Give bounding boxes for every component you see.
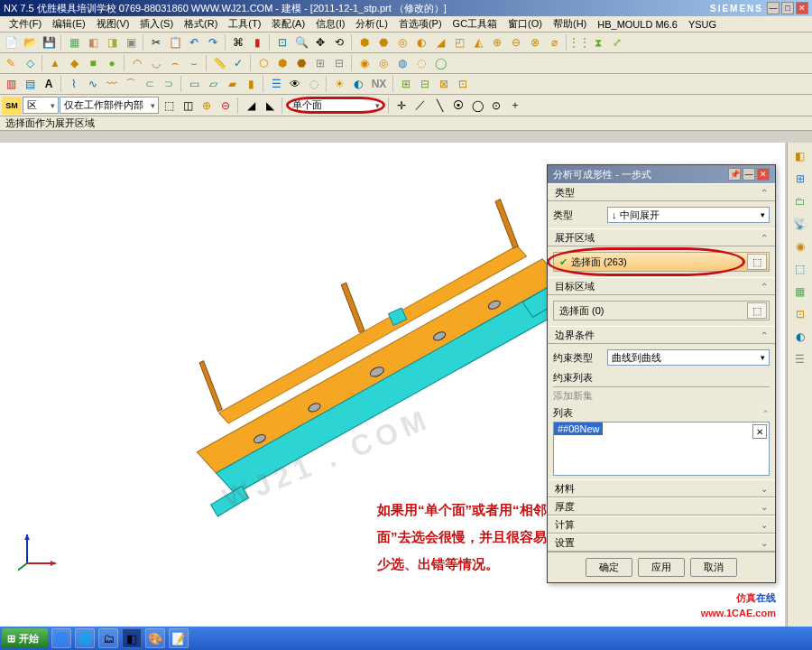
menu-window[interactable]: 窗口(O) [503, 17, 548, 31]
rt-icon-6[interactable]: ⬚ [790, 259, 810, 279]
shell-icon[interactable]: ◰ [450, 33, 468, 51]
curve2-icon[interactable]: ∿ [84, 75, 102, 93]
rt-icon-10[interactable]: ☰ [790, 349, 810, 369]
sel-text[interactable]: A [40, 75, 58, 93]
show-icon[interactable]: ◌ [305, 75, 323, 93]
group-mesh-header[interactable]: 计算⌄ [548, 515, 775, 534]
asm2-icon[interactable]: ⊟ [416, 75, 434, 93]
mold5-icon[interactable]: ⊟ [330, 54, 348, 72]
select-target-button[interactable]: ⬚ [747, 302, 767, 319]
sheet1-icon[interactable]: ▭ [185, 75, 203, 93]
group-unfold-zone-header[interactable]: 展开区域⌃ [548, 228, 775, 246]
menu-hbmould[interactable]: HB_MOULD M6.6 [592, 19, 683, 30]
rt-icon-3[interactable]: 🗀 [790, 191, 810, 211]
mold1-icon[interactable]: ⬡ [254, 54, 272, 72]
rt-icon-7[interactable]: ▦ [790, 282, 810, 302]
task-1[interactable]: 🌀 [51, 628, 71, 648]
dialog-min-button[interactable]: — [743, 168, 755, 181]
mold4-icon[interactable]: ⊞ [311, 54, 329, 72]
apply-button[interactable]: 应用 [638, 558, 685, 577]
delete-item-button[interactable]: ✕ [752, 424, 767, 439]
filter-icon1[interactable]: ⬚ [160, 97, 178, 115]
blend-icon[interactable]: ◐ [412, 33, 430, 51]
face-filter-combo[interactable]: 单个面 [286, 97, 385, 114]
layer-icon[interactable]: ☰ [267, 75, 285, 93]
snap5-icon[interactable]: ◯ [468, 97, 486, 115]
start-button[interactable]: ⊞ 开始 [2, 628, 48, 648]
curve1-icon[interactable]: ⌇ [65, 75, 83, 93]
filter-icon5[interactable]: ◢ [242, 97, 260, 115]
menu-insert[interactable]: 插入(S) [134, 17, 179, 31]
cube-icon[interactable]: ◧ [84, 33, 102, 51]
subtract-icon[interactable]: ⊖ [507, 33, 525, 51]
solid2-icon[interactable]: ◆ [65, 54, 83, 72]
menu-format[interactable]: 格式(R) [179, 17, 223, 31]
menu-analysis[interactable]: 分析(L) [350, 17, 392, 31]
surf4-icon[interactable]: ⌣ [185, 54, 203, 72]
snap3-icon[interactable]: ╲ [430, 97, 448, 115]
revolve-icon[interactable]: ⬣ [374, 33, 392, 51]
render1-icon[interactable]: ☀ [330, 75, 348, 93]
menu-assembly[interactable]: 装配(A) [266, 17, 310, 31]
task-2[interactable]: 🌐 [75, 628, 95, 648]
clip-icon[interactable]: ▤ [21, 75, 39, 93]
menu-info[interactable]: 信息(I) [310, 17, 350, 31]
stop-icon[interactable]: ▮ [248, 33, 266, 51]
box-icon[interactable]: ▦ [65, 33, 83, 51]
rt-icon-5[interactable]: ◉ [790, 237, 810, 256]
undo-icon[interactable]: ↶ [185, 33, 203, 51]
hole-icon[interactable]: ◎ [393, 33, 411, 51]
chamfer-icon[interactable]: ◢ [431, 33, 449, 51]
maximize-button[interactable]: □ [781, 2, 794, 14]
pattern-icon[interactable]: ⋮⋮ [570, 33, 588, 51]
curve6-icon[interactable]: ⊃ [160, 75, 178, 93]
mirror-icon[interactable]: ⧗ [589, 33, 607, 51]
filter-combo-2[interactable]: 仅在工作部件内部 [60, 97, 159, 114]
scale-icon[interactable]: ⤢ [608, 33, 626, 51]
cut-icon[interactable]: ✂ [147, 33, 165, 51]
snap7-icon[interactable]: ＋ [506, 97, 524, 115]
curve3-icon[interactable]: 〰 [103, 75, 121, 93]
open-icon[interactable]: 📂 [21, 33, 39, 51]
asm1-icon[interactable]: ⊞ [397, 75, 415, 93]
sketch-icon[interactable]: ✎ [2, 54, 20, 72]
hide-icon[interactable]: 👁 [286, 75, 304, 93]
group-material-header[interactable]: 材料⌄ [548, 479, 775, 497]
datum-icon[interactable]: ◇ [21, 54, 39, 72]
rotate-icon[interactable]: ⟲ [330, 33, 348, 51]
sheet4-icon[interactable]: ▮ [242, 75, 260, 93]
constraint-listbox[interactable]: ##08New ✕ [553, 422, 770, 476]
rt-icon-9[interactable]: ◐ [790, 327, 810, 347]
analyze-icon[interactable]: ✓ [229, 54, 247, 72]
solid4-icon[interactable]: ● [103, 54, 121, 72]
list-item[interactable]: ##08New [554, 422, 603, 435]
curve4-icon[interactable]: ⌒ [122, 75, 140, 93]
asm4-icon[interactable]: ⊡ [454, 75, 472, 93]
sheet3-icon[interactable]: ▰ [223, 75, 241, 93]
type-combo[interactable]: ↓ 中间展开 [607, 207, 770, 223]
filter-icon6[interactable]: ◣ [261, 97, 279, 115]
task-3[interactable]: 🗂 [98, 628, 118, 648]
pan-icon[interactable]: ✥ [311, 33, 329, 51]
zoom-icon[interactable]: 🔍 [292, 33, 310, 51]
add-new-set-label[interactable]: 添加新集 [553, 387, 770, 404]
menu-pref[interactable]: 首选项(P) [393, 17, 448, 31]
sheet2-icon[interactable]: ▱ [204, 75, 222, 93]
group-target-zone-header[interactable]: 目标区域⌃ [548, 277, 775, 295]
trim-icon[interactable]: ⌀ [545, 33, 563, 51]
asm3-icon[interactable]: ⊠ [435, 75, 453, 93]
menu-edit[interactable]: 编辑(E) [47, 17, 91, 31]
filter-icon2[interactable]: ◫ [179, 97, 197, 115]
intersect-icon[interactable]: ⊗ [526, 33, 544, 51]
task-6[interactable]: 📝 [169, 628, 189, 648]
filter-icon3[interactable]: ⊕ [198, 97, 216, 115]
close-button[interactable]: ✕ [796, 2, 808, 14]
group-settings-header[interactable]: 设置⌄ [548, 534, 775, 552]
group-thickness-header[interactable]: 厚度⌄ [548, 497, 775, 515]
menu-ysug[interactable]: YSUG [683, 19, 722, 30]
select-face-button[interactable]: ⬚ [747, 254, 767, 270]
unite-icon[interactable]: ⊕ [488, 33, 506, 51]
snap4-icon[interactable]: ⦿ [449, 97, 467, 115]
group-boundary-header[interactable]: 边界条件⌃ [548, 326, 775, 344]
wire-icon[interactable]: ▣ [122, 33, 140, 51]
